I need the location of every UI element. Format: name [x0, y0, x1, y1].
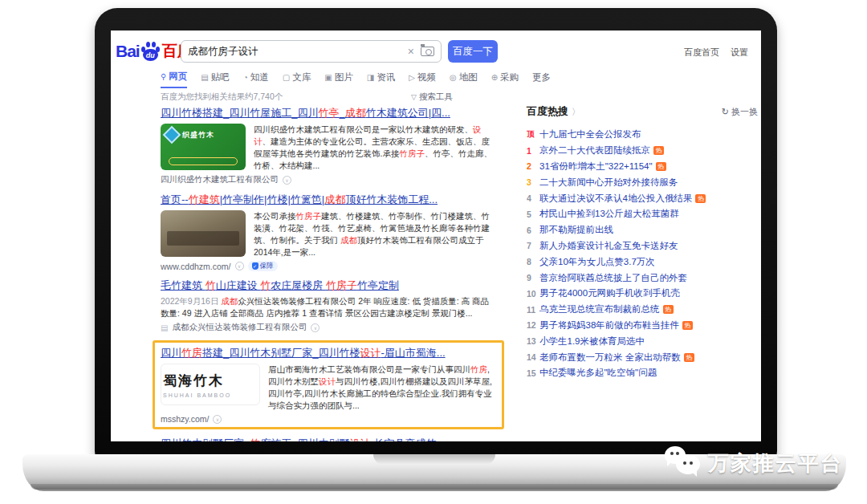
hot-badge: 热 [684, 353, 694, 362]
clear-icon[interactable]: × [408, 45, 414, 58]
tab-images[interactable]: ▣图片 [324, 71, 352, 88]
screenshot-stage: Bai du 百度 × 百度一下 百度首页 设置 ⚲网页 ▤贴吧 [0, 0, 867, 504]
wechat-icon [665, 446, 702, 480]
baidu-serp: Bai du 百度 × 百度一下 百度首页 设置 ⚲网页 ▤贴吧 [111, 30, 761, 441]
hot-search-item[interactable]: 9普京给阿联酋总统披上了自己的外套 [527, 270, 758, 286]
search-tools[interactable]: ▽搜索工具 [411, 91, 453, 103]
results-column: 四川竹楼搭建_四川竹屋施工_四川竹亭_成都竹木建筑公司|四... 织盛竹木 四川… [161, 106, 496, 441]
chevron-circle-icon[interactable] [213, 415, 222, 424]
camera-icon[interactable] [421, 47, 434, 56]
video-icon: ▷ [409, 73, 415, 82]
result-thumbnail[interactable]: 蜀海竹木 SHUHAI BAMBOO [161, 364, 260, 405]
search-input[interactable] [188, 46, 401, 57]
result-thumbnail[interactable] [161, 210, 246, 257]
tab-web[interactable]: ⚲网页 [161, 71, 187, 88]
top-links: 百度首页 设置 [684, 47, 748, 59]
browser-screen: Bai du 百度 × 百度一下 百度首页 设置 ⚲网页 ▤贴吧 [111, 30, 761, 441]
search-button[interactable]: 百度一下 [448, 40, 498, 63]
news-icon: ◨ [367, 73, 374, 82]
chevron-right-icon: 〉 [572, 106, 580, 118]
search-box[interactable]: × [181, 40, 442, 63]
link-settings[interactable]: 设置 [731, 47, 748, 59]
hot-search-item[interactable]: 15中纪委曝光多起"吃空饷"问题 [527, 365, 758, 381]
hot-badge: 热 [682, 321, 693, 330]
hot-search-item[interactable]: 231省份昨增本土"322+1154"热 [527, 159, 758, 175]
hot-search-item[interactable]: 4联大通过决议不承认4地公投入俄结果热 [527, 190, 758, 206]
hot-search-item[interactable]: 14老师布置数一万粒米 全家出动帮数热 [527, 349, 758, 365]
chevron-circle-icon[interactable] [235, 262, 244, 270]
chevron-circle-icon[interactable] [283, 176, 291, 185]
search-result-3: 毛竹建筑 竹山庄建设 竹农庄屋楼房 竹房子竹亭定制 2022年9月16日 成都众… [161, 278, 496, 333]
tab-caigou[interactable]: ⊕采购 [491, 71, 519, 88]
search-result-1: 四川竹楼搭建_四川竹屋施工_四川竹亭_成都竹木建筑公司|四... 织盛竹木 四川… [161, 106, 496, 185]
result-description: 2022年9月16日 成都众兴恒达装饰装修工程有限公司 2年 响应速度: 低 货… [161, 295, 496, 319]
result-source[interactable]: 四川织盛竹木建筑工程有限公司 [161, 174, 496, 185]
zhisheng-logo-icon [163, 126, 181, 144]
hot-search-item[interactable]: 1京外二十大代表团陆续抵京热 [527, 143, 758, 159]
result-title[interactable]: 首页--竹建筑|竹亭制作|竹楼|竹篱笆|成都顶好竹木装饰工程... [161, 193, 496, 206]
wenku-icon: ▢ [283, 73, 290, 82]
search-result-2: 首页--竹建筑|竹亭制作|竹楼|竹篱笆|成都顶好竹木装饰工程... 本公司承接竹… [161, 193, 496, 271]
result-description: 四川织盛竹木建筑工程有限公司是一家以竹木建筑的研发、设计、建造为主体的专业化公司… [254, 124, 496, 172]
tab-zhidao[interactable]: ◔知道 [243, 71, 269, 88]
hot-refresh-button[interactable]: ↻ 换一换 [722, 106, 758, 118]
hot-search-item[interactable]: 13小学生1.9米被体育局选中 [527, 333, 758, 349]
hot-search-item[interactable]: 6那不勒斯提前出线 [527, 222, 758, 238]
hot-search-item[interactable]: 10男子花4000元网购手机收到手机壳 [527, 286, 758, 302]
search-result-5: 四川竹木别墅厂家_竹廊施工_四川木别墅设计-长宁县豪盛竹... 四川竹木建筑施工… [161, 437, 496, 441]
shield-icon: ✓ [252, 262, 258, 270]
funnel-icon: ▽ [411, 93, 417, 101]
hot-search-item[interactable]: 7新人办婚宴设计礼金互免卡送好友 [527, 238, 758, 254]
result-source[interactable]: msshzy.com/ [161, 414, 496, 424]
tab-maps[interactable]: ◎地图 [450, 71, 478, 88]
zhidao-icon: ◔ [243, 73, 248, 82]
result-title[interactable]: 四川竹木别墅厂家_竹廊施工_四川木别墅设计-长宁县豪盛竹... [161, 437, 496, 441]
hot-search-item[interactable]: 12男子将妈妈38年前做的布鞋当挂件热 [527, 318, 758, 334]
result-title[interactable]: 四川竹楼搭建_四川竹屋施工_四川竹亭_成都竹木建筑公司|四... [161, 106, 496, 120]
result-title[interactable]: 毛竹建筑 竹山庄建设 竹农庄屋楼房 竹房子竹亭定制 [161, 278, 496, 292]
results-meta: 百度为您找到相关结果约7,740个 ▽搜索工具 [161, 91, 546, 103]
result-thumbnail[interactable]: 织盛竹木 [161, 124, 246, 170]
result-count: 百度为您找到相关结果约7,740个 [161, 91, 283, 103]
hot-search-panel: 百度热搜 〉 ↻ 换一换 顶十九届七中全会公报发布 1京外二十大代表团陆续抵京热… [527, 104, 758, 381]
hot-badge: 热 [695, 194, 706, 203]
hot-search-item[interactable]: 5村民山中捡到13公斤超大松茸菌群 [527, 206, 758, 222]
baidu-logo-bai: Bai [116, 42, 140, 61]
tab-video[interactable]: ▷视频 [409, 71, 436, 88]
tab-more[interactable]: 更多 [532, 71, 551, 88]
hot-search-title[interactable]: 百度热搜 [527, 104, 568, 119]
tab-wenku[interactable]: ▢文库 [283, 71, 311, 88]
hot-badge: 热 [663, 305, 674, 314]
result-description: 本公司承接竹房子建筑、竹楼建筑、竹亭制作、竹门楼建筑、竹装潢、竹花架、竹筏、竹艺… [254, 210, 496, 258]
watermark: 万家推云平台 [665, 446, 843, 480]
images-icon: ▣ [324, 73, 332, 82]
result-source[interactable]: www.cddhzm.com/ ✓ 保障 [161, 261, 496, 271]
laptop-base-notch [373, 454, 495, 465]
baidu-paw-icon: du [140, 41, 161, 62]
maps-icon: ◎ [450, 73, 457, 82]
tab-tieba[interactable]: ▤贴吧 [201, 71, 229, 88]
watermark-text: 万家推云平台 [708, 449, 843, 478]
refresh-icon: ↻ [722, 107, 729, 117]
result-description: 眉山市蜀海竹木工艺装饰有限公司是一家专门从事四川竹房,四川竹木别墅设计与四川竹楼… [268, 364, 496, 412]
web-icon: ⚲ [161, 72, 166, 81]
link-baidu-home[interactable]: 百度首页 [684, 47, 719, 59]
secure-badge: ✓ 保障 [248, 261, 278, 271]
tab-news[interactable]: ◨资讯 [367, 71, 395, 88]
caigou-icon: ⊕ [491, 73, 498, 82]
hot-search-item[interactable]: 11乌克兰现总统宣布制裁前总统热 [527, 302, 758, 318]
hot-search-list: 顶十九届七中全会公报发布 1京外二十大代表团陆续抵京热 231省份昨增本土"32… [527, 127, 758, 381]
thumb-ribbon [169, 157, 238, 165]
hot-badge: 热 [656, 162, 666, 171]
hot-search-item[interactable]: 3二十大新闻中心开始对外接待服务 [527, 174, 758, 190]
search-result-4-highlighted: 四川竹房搭建_四川竹木别墅厂家_四川竹楼设计-眉山市蜀海... 蜀海竹木 SHU… [153, 340, 504, 429]
hot-badge: 热 [653, 146, 664, 155]
result-title[interactable]: 四川竹房搭建_四川竹木别墅厂家_四川竹楼设计-眉山市蜀海... [161, 346, 496, 360]
hot-search-item[interactable]: 顶十九届七中全会公报发布 [527, 127, 758, 143]
result-source[interactable]: ▤ 成都众兴恒达装饰装修工程有限公司 [161, 322, 496, 333]
search-tabs: ⚲网页 ▤贴吧 ◔知道 ▢文库 ▣图片 ◨资讯 ▷视频 ◎地图 ⊕采购 更多 [161, 71, 551, 88]
chevron-circle-icon[interactable] [311, 323, 320, 332]
hot-search-item[interactable]: 8父亲10年为女儿点赞3.7万次 [527, 254, 758, 270]
tieba-icon: ▤ [201, 73, 208, 82]
store-icon: ▤ [161, 323, 168, 332]
